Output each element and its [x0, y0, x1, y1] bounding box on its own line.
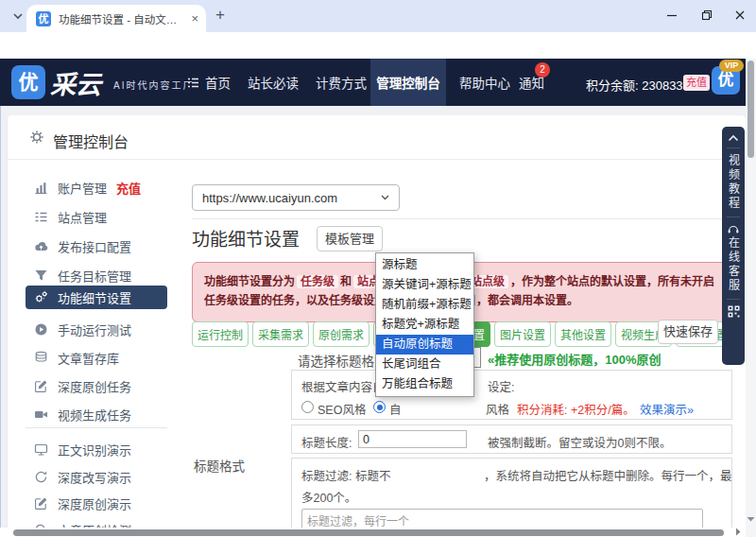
auto-title-desc-tail: 设定:: [488, 377, 514, 395]
new-tab-button[interactable]: +: [215, 6, 225, 25]
seo-style-label: SEO风格: [318, 400, 366, 418]
horizontal-scrollbar-thumb[interactable]: [13, 529, 724, 536]
scroll-right-arrow[interactable]: [735, 528, 742, 536]
sidebar-item-content-demo[interactable]: 正文识别演示: [26, 438, 167, 460]
vertical-scrollbar-thumb[interactable]: [747, 61, 754, 158]
funnel-icon: [34, 268, 48, 283]
sidebar-item-deep-original-task[interactable]: 深度原创任务: [26, 374, 167, 397]
sidebar-item-manual-test[interactable]: 手动运行测试: [26, 318, 167, 340]
effect-demo-link[interactable]: 效果演示»: [640, 400, 694, 418]
sidebar-label: 站点管理: [58, 208, 107, 226]
sidebar-item-article-storage[interactable]: 文章暂存库: [26, 346, 167, 369]
play-icon: [34, 322, 48, 337]
browser-tab-strip: 优 功能细节设置 - 自动文章采集器 × +: [0, 0, 756, 32]
sidebar-label: 文章暂存库: [58, 349, 119, 367]
site-favicon: 优: [36, 11, 51, 26]
sidebar-item-account[interactable]: 账户管理 充值: [26, 176, 167, 199]
page-title: 管理控制台: [53, 130, 129, 152]
sidebar-item-video-task[interactable]: 视频生成任务: [26, 403, 167, 425]
online-service-link[interactable]: 在线客服: [726, 236, 742, 293]
sidebar-label: 深度原创任务: [58, 377, 131, 395]
tab-run-control[interactable]: 运行控制: [192, 321, 249, 347]
sidebar-label: 账户管理: [58, 179, 107, 197]
nav-label: 站长必读: [248, 73, 299, 92]
sidebar-item-original-demo[interactable]: 深度原创演示: [26, 492, 167, 514]
site-selector[interactable]: https://www.ucaiyun.com: [192, 184, 400, 211]
site-selector-value: https://www.ucaiyun.com: [202, 191, 337, 205]
title-length-input[interactable]: [358, 430, 467, 448]
option-longtail[interactable]: 长尾词组合: [376, 355, 473, 374]
title-format-dropdown: 源标题 源关键词+源标题 随机前缀+源标题 标题党+源标题 自动原创标题 长尾词…: [375, 252, 474, 397]
nav-item-help[interactable]: 帮助中心: [459, 59, 510, 106]
option-auto-original[interactable]: 自动原创标题: [376, 335, 473, 355]
recharge-badge[interactable]: 充值: [116, 179, 141, 197]
vip-badge: VIP: [719, 60, 744, 72]
sidebar-item-sites[interactable]: 站点管理: [26, 205, 167, 228]
sidebar-label: 发布接口配置: [58, 237, 131, 255]
site-header: 优 采云 AI时代内容工厂 首页 站长必读 计费方式 管理控制台 帮助中心 通知…: [0, 59, 756, 106]
scroll-down-arrow[interactable]: [747, 516, 755, 523]
gear-icon: [28, 129, 45, 146]
divider: [8, 159, 746, 160]
points-balance: 积分余额: 2308333: [586, 76, 690, 94]
horizontal-scrollbar[interactable]: [0, 528, 746, 537]
option-random-prefix[interactable]: 随机前缀+源标题: [376, 295, 473, 315]
nav-label: 帮助中心: [459, 73, 510, 92]
window-minimize-button[interactable]: [656, 0, 688, 30]
sidebar-item-feature-settings[interactable]: 功能细节设置: [26, 286, 167, 309]
tab-close-icon[interactable]: ×: [191, 12, 198, 25]
title-length-note: 被强制截断。留空或设为0则不限。: [488, 433, 671, 451]
monitor-icon: [34, 442, 48, 457]
option-source-title[interactable]: 源标题: [376, 255, 473, 275]
tab-other[interactable]: 其他设置: [555, 321, 611, 347]
nav-label: 首页: [205, 73, 231, 92]
edit-icon: [34, 496, 48, 511]
refresh-icon: [34, 470, 48, 484]
template-manage-button[interactable]: 模板管理: [317, 226, 383, 251]
sidebar-item-task-targets[interactable]: 任务目标管理: [26, 264, 167, 286]
title-format-group-label: 标题格式: [194, 456, 245, 475]
recharge-button[interactable]: 充值: [683, 75, 710, 91]
sidebar-item-publish-api[interactable]: 发布接口配置: [26, 234, 167, 257]
video-tutorial-link[interactable]: 视频教程: [726, 154, 742, 211]
tab-search-icon[interactable]: [9, 8, 26, 25]
qr-code-icon[interactable]: [728, 305, 740, 318]
window-close-button[interactable]: [724, 0, 756, 30]
notice-text: 和: [340, 275, 352, 288]
option-clickbait[interactable]: 标题党+源标题: [376, 315, 473, 335]
divider: [192, 218, 732, 219]
recommend-note: «推荐使用原创标题，100%原创: [488, 350, 661, 368]
tab-image[interactable]: 图片设置: [494, 321, 551, 347]
option-keyword-source-title[interactable]: 源关键词+源标题: [376, 275, 473, 295]
auto-style-radio[interactable]: [373, 401, 386, 413]
window-restore-button[interactable]: [691, 0, 723, 30]
browser-tab[interactable]: 优 功能细节设置 - 自动文章采集器 ×: [26, 5, 206, 32]
tab-original[interactable]: 原创需求: [313, 321, 369, 347]
site-tagline: AI时代内容工厂: [113, 78, 194, 92]
seo-style-radio[interactable]: [301, 401, 314, 413]
nav-label: 管理控制台: [376, 73, 440, 92]
site-logo-icon[interactable]: 优: [11, 65, 45, 99]
auto-title-box: 根据文章内容自动 设定: SEO风格 自 风格 积分消耗: +2积分/篇。 效果…: [291, 370, 732, 420]
divider: [727, 147, 740, 148]
nav-item-must-read[interactable]: 站长必读: [248, 59, 299, 106]
sidebar-item-rewrite-demo[interactable]: 深度改写演示: [26, 465, 167, 488]
nav-item-home[interactable]: 首页: [187, 59, 231, 106]
browser-toolbar: ucaiyun.com/caiji/settings/ 井: [0, 32, 756, 59]
nav-label: 计费方式: [316, 73, 367, 92]
quick-save-button[interactable]: 快速保存: [658, 320, 718, 344]
section-title: 功能细节设置: [192, 225, 300, 251]
sidebar-label: 视频生成任务: [58, 406, 131, 424]
sidebar-label: 手动运行测试: [58, 320, 131, 338]
nav-item-pricing[interactable]: 计费方式: [316, 59, 367, 106]
cloud-upload-icon: [34, 239, 48, 253]
site-logo-text[interactable]: 采云: [50, 64, 101, 101]
back-to-top-button[interactable]: [728, 134, 739, 142]
tab-collect[interactable]: 采集需求: [252, 321, 309, 347]
task-level-tag: 任务级: [297, 275, 338, 288]
option-universal[interactable]: 万能组合标题: [376, 374, 473, 394]
vertical-scrollbar[interactable]: [746, 59, 756, 537]
divider: [727, 299, 740, 300]
title-filter-box: 标题过滤: 标题不 ，系统将自动把它从标题中删除。每行一个，最 多200个。: [291, 458, 732, 537]
nav-item-console[interactable]: 管理控制台: [370, 59, 446, 106]
